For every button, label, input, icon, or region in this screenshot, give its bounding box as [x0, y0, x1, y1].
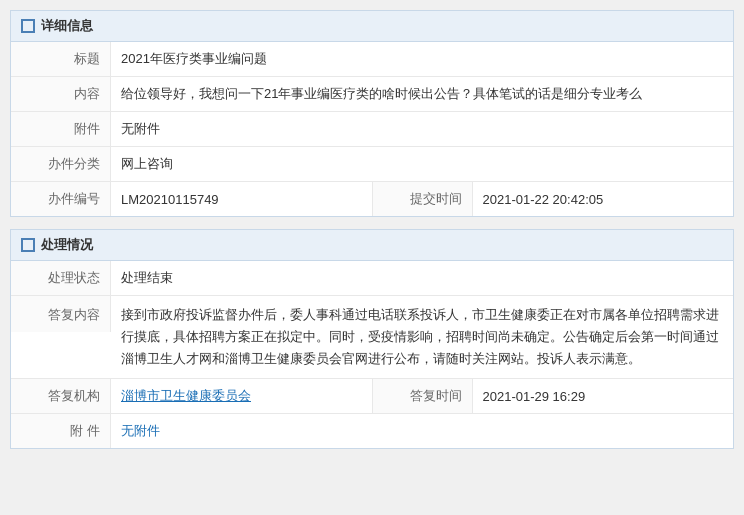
org-left: 答复机构 淄博市卫生健康委员会	[11, 379, 373, 413]
org-time-row: 答复机构 淄博市卫生健康委员会 答复时间 2021-01-29 16:29	[11, 379, 733, 414]
status-value: 处理结束	[111, 261, 733, 295]
time-right: 提交时间 2021-01-22 20:42:05	[373, 182, 734, 216]
submit-time-label: 提交时间	[373, 182, 473, 216]
attachment-row: 附件 无附件	[11, 112, 733, 147]
detail-section: 详细信息 标题 2021年医疗类事业编问题 内容 给位领导好，我想问一下21年事…	[10, 10, 734, 217]
reply-content-row: 答复内容 接到市政府投诉监督办件后，委人事科通过电话联系投诉人，市卫生健康委正在…	[11, 296, 733, 379]
attachment-value: 无附件	[111, 112, 733, 146]
category-row: 办件分类 网上咨询	[11, 147, 733, 182]
attachment2-label: 附 件	[11, 414, 111, 448]
detail-section-header: 详细信息	[11, 11, 733, 42]
reply-time-right: 答复时间 2021-01-29 16:29	[373, 379, 734, 413]
title-value: 2021年医疗类事业编问题	[111, 42, 733, 76]
attachment-label: 附件	[11, 112, 111, 146]
detail-body: 标题 2021年医疗类事业编问题 内容 给位领导好，我想问一下21年事业编医疗类…	[11, 42, 733, 216]
attachment2-value: 无附件	[111, 414, 733, 448]
number-time-row: 办件编号 LM20210115749 提交时间 2021-01-22 20:42…	[11, 182, 733, 216]
reply-time-label: 答复时间	[373, 379, 473, 413]
process-title: 处理情况	[41, 236, 93, 254]
org-value[interactable]: 淄博市卫生健康委员会	[111, 379, 261, 413]
status-row: 处理状态 处理结束	[11, 261, 733, 296]
content-value: 给位领导好，我想问一下21年事业编医疗类的啥时候出公告？具体笔试的话是细分专业考…	[111, 77, 733, 111]
detail-icon	[21, 19, 35, 33]
process-section: 处理情况 处理状态 处理结束 答复内容 接到市政府投诉监督办件后，委人事科通过电…	[10, 229, 734, 449]
title-label: 标题	[11, 42, 111, 76]
title-row: 标题 2021年医疗类事业编问题	[11, 42, 733, 77]
attachment2-row: 附 件 无附件	[11, 414, 733, 448]
category-label: 办件分类	[11, 147, 111, 181]
process-section-header: 处理情况	[11, 230, 733, 261]
category-value: 网上咨询	[111, 147, 733, 181]
content-row: 内容 给位领导好，我想问一下21年事业编医疗类的啥时候出公告？具体笔试的话是细分…	[11, 77, 733, 112]
reply-time-value: 2021-01-29 16:29	[473, 381, 596, 412]
detail-title: 详细信息	[41, 17, 93, 35]
number-value: LM20210115749	[111, 184, 229, 215]
org-label: 答复机构	[11, 379, 111, 413]
submit-time-value: 2021-01-22 20:42:05	[473, 184, 614, 215]
number-label: 办件编号	[11, 182, 111, 216]
reply-content-label: 答复内容	[11, 296, 111, 332]
reply-content-value: 接到市政府投诉监督办件后，委人事科通过电话联系投诉人，市卫生健康委正在对市属各单…	[111, 296, 733, 378]
process-icon	[21, 238, 35, 252]
process-body: 处理状态 处理结束 答复内容 接到市政府投诉监督办件后，委人事科通过电话联系投诉…	[11, 261, 733, 448]
status-label: 处理状态	[11, 261, 111, 295]
content-label: 内容	[11, 77, 111, 111]
number-left: 办件编号 LM20210115749	[11, 182, 373, 216]
